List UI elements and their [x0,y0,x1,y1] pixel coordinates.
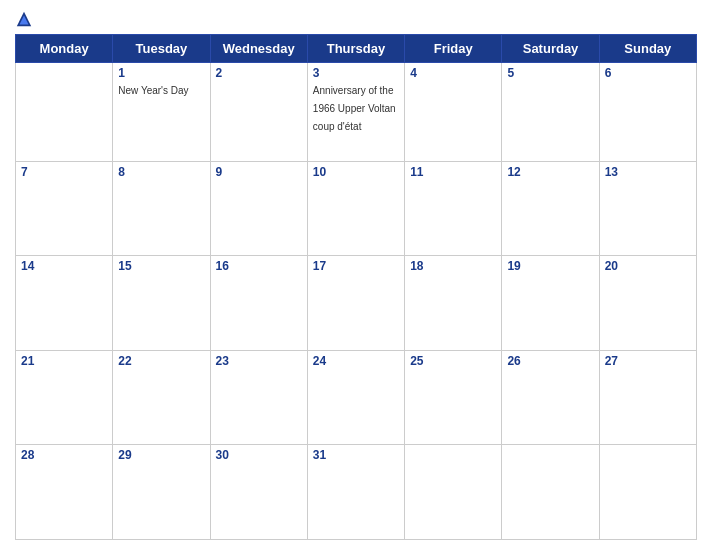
calendar-cell-3-3: 24 [307,350,404,445]
day-number: 3 [313,66,399,80]
day-number: 12 [507,165,593,179]
day-number: 29 [118,448,204,462]
calendar-cell-4-1: 29 [113,445,210,540]
calendar-week-1: 78910111213 [16,161,697,256]
calendar-cell-3-1: 22 [113,350,210,445]
calendar-cell-3-4: 25 [405,350,502,445]
day-number: 20 [605,259,691,273]
day-number: 15 [118,259,204,273]
day-event: New Year's Day [118,85,188,96]
calendar-cell-3-5: 26 [502,350,599,445]
day-number: 21 [21,354,107,368]
day-header-wednesday: Wednesday [210,35,307,63]
calendar-cell-0-4: 4 [405,63,502,162]
calendar-cell-2-2: 16 [210,256,307,351]
calendar-cell-2-6: 20 [599,256,696,351]
calendar-week-4: 28293031 [16,445,697,540]
calendar-header-row: MondayTuesdayWednesdayThursdayFridaySatu… [16,35,697,63]
day-number: 14 [21,259,107,273]
calendar-body: 1New Year's Day23Anniversary of the 1966… [16,63,697,540]
calendar-cell-4-4 [405,445,502,540]
day-number: 9 [216,165,302,179]
page-header [15,10,697,28]
calendar-cell-2-4: 18 [405,256,502,351]
calendar-cell-0-3: 3Anniversary of the 1966 Upper Voltan co… [307,63,404,162]
day-number: 25 [410,354,496,368]
day-number: 17 [313,259,399,273]
day-header-thursday: Thursday [307,35,404,63]
day-number: 31 [313,448,399,462]
day-number: 26 [507,354,593,368]
calendar-cell-1-3: 10 [307,161,404,256]
calendar-cell-1-5: 12 [502,161,599,256]
day-number: 13 [605,165,691,179]
day-header-tuesday: Tuesday [113,35,210,63]
calendar-cell-3-6: 27 [599,350,696,445]
logo [15,10,35,28]
day-number: 19 [507,259,593,273]
calendar-cell-3-2: 23 [210,350,307,445]
day-header-friday: Friday [405,35,502,63]
day-event: Anniversary of the 1966 Upper Voltan cou… [313,85,396,132]
logo-blue-area [15,10,35,28]
day-number: 28 [21,448,107,462]
day-header-monday: Monday [16,35,113,63]
calendar-cell-4-3: 31 [307,445,404,540]
calendar-cell-1-6: 13 [599,161,696,256]
calendar-cell-4-5 [502,445,599,540]
calendar-cell-1-1: 8 [113,161,210,256]
day-header-saturday: Saturday [502,35,599,63]
calendar-cell-1-2: 9 [210,161,307,256]
day-number: 23 [216,354,302,368]
logo-icon [15,10,33,28]
calendar-cell-2-5: 19 [502,256,599,351]
day-number: 18 [410,259,496,273]
day-number: 11 [410,165,496,179]
calendar-table: MondayTuesdayWednesdayThursdayFridaySatu… [15,34,697,540]
day-number: 7 [21,165,107,179]
calendar-cell-0-6: 6 [599,63,696,162]
day-number: 27 [605,354,691,368]
day-number: 5 [507,66,593,80]
day-number: 2 [216,66,302,80]
calendar-cell-0-2: 2 [210,63,307,162]
day-number: 24 [313,354,399,368]
calendar-cell-1-4: 11 [405,161,502,256]
calendar-week-0: 1New Year's Day23Anniversary of the 1966… [16,63,697,162]
day-number: 16 [216,259,302,273]
calendar-cell-2-0: 14 [16,256,113,351]
day-number: 4 [410,66,496,80]
calendar-cell-0-0 [16,63,113,162]
calendar-cell-2-3: 17 [307,256,404,351]
day-number: 1 [118,66,204,80]
day-number: 22 [118,354,204,368]
day-number: 8 [118,165,204,179]
day-header-sunday: Sunday [599,35,696,63]
calendar-cell-0-5: 5 [502,63,599,162]
calendar-cell-4-6 [599,445,696,540]
calendar-cell-1-0: 7 [16,161,113,256]
calendar-week-2: 14151617181920 [16,256,697,351]
day-number: 6 [605,66,691,80]
calendar-cell-4-2: 30 [210,445,307,540]
calendar-cell-2-1: 15 [113,256,210,351]
calendar-cell-0-1: 1New Year's Day [113,63,210,162]
day-number: 10 [313,165,399,179]
day-number: 30 [216,448,302,462]
calendar-week-3: 21222324252627 [16,350,697,445]
calendar-cell-3-0: 21 [16,350,113,445]
calendar-cell-4-0: 28 [16,445,113,540]
